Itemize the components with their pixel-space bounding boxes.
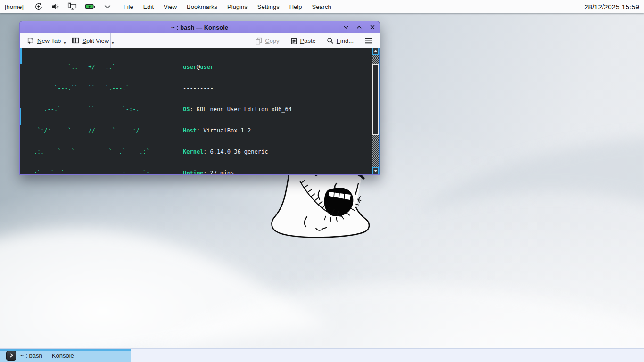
terminal-scrollbar[interactable]	[372, 48, 379, 174]
focus-indicator-mark	[20, 108, 21, 125]
konsole-icon	[6, 351, 16, 361]
window-title: ~ : bash — Konsole	[171, 24, 228, 31]
software-update-icon[interactable]	[34, 2, 43, 11]
taskbar-task-label: ~ : bash — Konsole	[20, 352, 74, 359]
close-button[interactable]	[369, 24, 376, 31]
scroll-up-button[interactable]	[372, 48, 379, 55]
konsole-toolbar: New Tab ▾ Split View ▾ Copy	[20, 33, 380, 48]
search-icon	[326, 37, 334, 45]
menu-edit[interactable]: Edit	[143, 3, 154, 10]
scrollbar-track-bottom[interactable]	[372, 135, 379, 167]
split-view-button[interactable]: Split View ▾	[68, 34, 116, 47]
menu-bookmarks[interactable]: Bookmarks	[187, 3, 217, 10]
scroll-down-button[interactable]	[372, 167, 379, 174]
new-tab-icon	[26, 36, 35, 45]
terminal-view[interactable]: `..---+/---..` `---.`` `` `.---.` .--.` …	[20, 48, 380, 174]
split-view-icon	[71, 36, 80, 45]
global-menu-bar: [home] File Edit View Bookmarks Plugins	[0, 0, 644, 13]
digital-clock[interactable]: 28/12/2025 15:59	[584, 3, 639, 11]
menu-settings[interactable]: Settings	[257, 3, 280, 10]
scrollbar-track-top[interactable]	[372, 55, 379, 64]
new-tab-dropdown-arrow[interactable]: ▾	[64, 41, 66, 47]
window-titlebar[interactable]: ~ : bash — Konsole	[20, 21, 380, 33]
ascii-art-line: `---.`` `` `.---.`	[24, 85, 160, 92]
paste-button[interactable]: Paste	[287, 34, 319, 47]
menu-file[interactable]: File	[124, 3, 133, 10]
system-tray	[34, 2, 112, 11]
arrow-down-icon	[374, 170, 378, 172]
neofetch-info: user@user --------- OS:KDE neon User Edi…	[183, 49, 333, 174]
taskbar-konsole-task[interactable]: ~ : bash — Konsole	[0, 349, 131, 362]
desktop: [home] File Edit View Bookmarks Plugins	[0, 0, 644, 362]
expand-tray-chevron-down-icon[interactable]	[103, 2, 112, 11]
menu-view[interactable]: View	[164, 3, 177, 10]
split-view-dropdown-arrow[interactable]: ▾	[112, 41, 114, 47]
ascii-art-line: .:. `---` `--.` .:`	[24, 148, 160, 156]
application-menus: File Edit View Bookmarks Plugins Setting…	[124, 3, 331, 10]
info-line-uptime: Uptime:27 mins	[183, 170, 333, 174]
hamburger-icon	[364, 36, 373, 45]
taskbar-panel: ~ : bash — Konsole	[0, 348, 644, 362]
neofetch-ascii-logo: `..---+/---..` `---.`` `` `.---.` .--.` …	[24, 49, 160, 174]
wojak-meme-image	[271, 171, 372, 239]
info-line-kernel: Kernel:6.14.0-36-generic	[183, 148, 333, 156]
find-button[interactable]: Find...	[323, 34, 356, 47]
focus-indicator-bar	[20, 48, 22, 64]
new-tab-button[interactable]: New Tab ▾	[24, 34, 68, 47]
ascii-art-line: .--.` `` `-:-.	[24, 106, 160, 113]
copy-button: Copy	[252, 34, 282, 47]
hamburger-menu-button[interactable]	[361, 34, 376, 47]
terminal-focus-border	[379, 48, 380, 174]
device-connect-icon[interactable]	[67, 2, 77, 11]
copy-icon	[255, 37, 263, 45]
menu-help[interactable]: Help	[289, 3, 302, 10]
arrow-up-icon	[374, 50, 378, 52]
ascii-art-line: .:` `--` .:- `:.	[24, 170, 160, 174]
battery-charging-icon[interactable]	[84, 2, 96, 11]
home-button[interactable]: [home]	[5, 3, 24, 10]
scrollbar-thumb[interactable]	[372, 64, 379, 135]
ascii-art-line: `:/: `.----//----.` :/-	[24, 127, 160, 134]
ascii-art-line: `..---+/---..`	[24, 64, 160, 71]
paste-icon	[290, 37, 298, 45]
maximize-button[interactable]	[356, 24, 363, 31]
minimize-button[interactable]	[343, 24, 349, 31]
menu-plugins[interactable]: Plugins	[227, 3, 248, 10]
info-line-os: OS:KDE neon User Edition x86_64	[183, 106, 333, 113]
toolbar-separator	[110, 33, 111, 48]
audio-volume-icon[interactable]	[50, 2, 60, 11]
konsole-window: ~ : bash — Konsole New Tab ▾	[19, 21, 380, 175]
menu-search[interactable]: Search	[312, 3, 331, 10]
separator-line: ---------	[183, 85, 333, 92]
info-line-host: Host:VirtualBox 1.2	[183, 127, 333, 134]
user-host-line: user@user	[183, 64, 333, 71]
